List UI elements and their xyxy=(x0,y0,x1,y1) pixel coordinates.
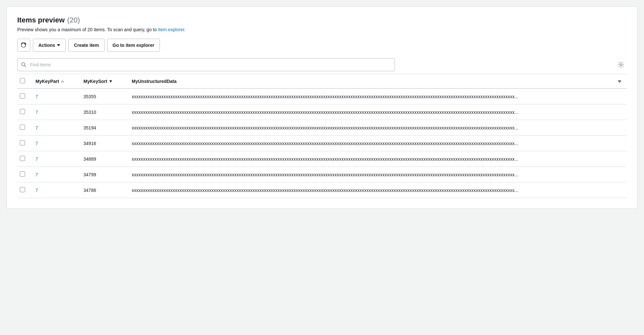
row-checkbox-cell xyxy=(17,104,30,120)
refresh-button[interactable] xyxy=(17,39,30,52)
refresh-icon xyxy=(21,43,26,48)
row-keysort-2: 35194 xyxy=(78,120,126,136)
row-keysort-5: 34799 xyxy=(78,167,126,182)
search-wrapper xyxy=(17,58,395,71)
table-header-row: MyKeyPart MyKeySort xyxy=(17,74,627,89)
keypart-link-2[interactable]: 7 xyxy=(35,125,38,130)
row-data-3: xxxxxxxxxxxxxxxxxxxxxxxxxxxxxxxxxxxxxxxx… xyxy=(127,136,612,151)
table-row: 7 35194 xxxxxxxxxxxxxxxxxxxxxxxxxxxxxxxx… xyxy=(17,120,627,136)
create-item-button[interactable]: Create item xyxy=(68,39,104,52)
row-checkbox-cell xyxy=(17,151,30,167)
row-keypart-4: 7 xyxy=(30,151,78,167)
header-section: Items preview (20) Preview shows you a m… xyxy=(17,16,627,32)
col-settings-icon[interactable] xyxy=(618,80,622,83)
table-row: 7 35310 xxxxxxxxxxxxxxxxxxxxxxxxxxxxxxxx… xyxy=(17,104,627,120)
row-keysort-1: 35310 xyxy=(78,104,126,120)
row-checkbox-4[interactable] xyxy=(20,156,25,161)
table-row: 7 35355 xxxxxxxxxxxxxxxxxxxxxxxxxxxxxxxx… xyxy=(17,88,627,104)
keypart-link-3[interactable]: 7 xyxy=(35,141,38,146)
item-explorer-link[interactable]: Item explorer. xyxy=(158,27,186,32)
row-checkbox-1[interactable] xyxy=(20,109,25,114)
table-row: 7 34916 xxxxxxxxxxxxxxxxxxxxxxxxxxxxxxxx… xyxy=(17,136,627,151)
row-keypart-0: 7 xyxy=(30,88,78,104)
actions-button[interactable]: Actions xyxy=(33,39,66,52)
row-checkbox-cell xyxy=(17,88,30,104)
row-keysort-6: 34786 xyxy=(78,182,126,198)
page-title: Items preview xyxy=(17,16,65,24)
search-icon xyxy=(21,62,26,67)
row-keysort-3: 34916 xyxy=(78,136,126,151)
row-last-1 xyxy=(612,104,627,120)
row-data-5: xxxxxxxxxxxxxxxxxxxxxxxxxxxxxxxxxxxxxxxx… xyxy=(127,167,612,182)
row-last-6 xyxy=(612,182,627,198)
row-checkbox-3[interactable] xyxy=(20,140,25,145)
row-last-5 xyxy=(612,167,627,182)
search-input[interactable] xyxy=(17,58,395,71)
row-keypart-1: 7 xyxy=(30,104,78,120)
col-header-myunstructureddata: MyUnstructuredData xyxy=(127,74,612,89)
svg-point-2 xyxy=(620,64,622,66)
keypart-link-4[interactable]: 7 xyxy=(35,156,38,162)
row-data-0: xxxxxxxxxxxxxxxxxxxxxxxxxxxxxxxxxxxxxxxx… xyxy=(127,88,612,104)
table-body: 7 35355 xxxxxxxxxxxxxxxxxxxxxxxxxxxxxxxx… xyxy=(17,88,627,198)
keypart-link-6[interactable]: 7 xyxy=(35,188,38,193)
keypart-link-5[interactable]: 7 xyxy=(35,172,38,177)
col-header-settings xyxy=(612,74,627,89)
row-keysort-0: 35355 xyxy=(78,88,126,104)
keypart-link-1[interactable]: 7 xyxy=(35,110,38,115)
gear-icon xyxy=(618,61,624,68)
row-last-0 xyxy=(612,88,627,104)
row-data-6: xxxxxxxxxxxxxxxxxxxxxxxxxxxxxxxxxxxxxxxx… xyxy=(127,182,612,198)
mykeypart-sort-icon xyxy=(61,80,64,83)
svg-marker-6 xyxy=(618,80,622,83)
row-data-1: xxxxxxxxxxxxxxxxxxxxxxxxxxxxxxxxxxxxxxxx… xyxy=(127,104,612,120)
table-row: 7 34889 xxxxxxxxxxxxxxxxxxxxxxxxxxxxxxxx… xyxy=(17,151,627,167)
col-header-mykeysort: MyKeySort xyxy=(78,74,126,89)
select-all-header xyxy=(17,74,30,89)
col-header-mykeypart: MyKeyPart xyxy=(30,74,78,89)
row-checkbox-cell xyxy=(17,182,30,198)
item-count: (20) xyxy=(67,16,80,24)
select-all-checkbox[interactable] xyxy=(20,78,25,83)
toolbar: Actions Create item Go to item explorer xyxy=(17,39,627,52)
row-last-2 xyxy=(612,120,627,136)
go-to-item-explorer-button[interactable]: Go to item explorer xyxy=(107,39,160,52)
svg-line-1 xyxy=(24,65,26,67)
column-settings-button[interactable] xyxy=(615,59,627,71)
row-checkbox-cell xyxy=(17,120,30,136)
row-checkbox-2[interactable] xyxy=(20,125,25,130)
row-keypart-6: 7 xyxy=(30,182,78,198)
keypart-link-0[interactable]: 7 xyxy=(35,94,38,99)
search-row xyxy=(17,58,627,71)
row-keysort-4: 34889 xyxy=(78,151,126,167)
table-row: 7 34786 xxxxxxxxxxxxxxxxxxxxxxxxxxxxxxxx… xyxy=(17,182,627,198)
row-last-3 xyxy=(612,136,627,151)
row-data-2: xxxxxxxxxxxxxxxxxxxxxxxxxxxxxxxxxxxxxxxx… xyxy=(127,120,612,136)
row-checkbox-6[interactable] xyxy=(20,187,25,192)
row-keypart-5: 7 xyxy=(30,167,78,182)
svg-marker-5 xyxy=(109,80,112,83)
table-row: 7 34799 xxxxxxxxxxxxxxxxxxxxxxxxxxxxxxxx… xyxy=(17,167,627,182)
row-last-4 xyxy=(612,151,627,167)
items-table: MyKeyPart MyKeySort xyxy=(17,74,627,198)
title-row: Items preview (20) xyxy=(17,16,627,24)
row-checkbox-cell xyxy=(17,136,30,151)
chevron-down-icon xyxy=(57,44,60,46)
row-checkbox-0[interactable] xyxy=(20,93,25,99)
row-keypart-2: 7 xyxy=(30,120,78,136)
row-checkbox-5[interactable] xyxy=(20,171,25,177)
row-data-4: xxxxxxxxxxxxxxxxxxxxxxxxxxxxxxxxxxxxxxxx… xyxy=(127,151,612,167)
subtitle-text: Preview shows you a maximum of 20 items.… xyxy=(17,27,627,32)
row-keypart-3: 7 xyxy=(30,136,78,151)
row-checkbox-cell xyxy=(17,167,30,182)
mykeysort-sort-icon xyxy=(109,80,112,83)
items-preview-container: Items preview (20) Preview shows you a m… xyxy=(7,7,637,209)
